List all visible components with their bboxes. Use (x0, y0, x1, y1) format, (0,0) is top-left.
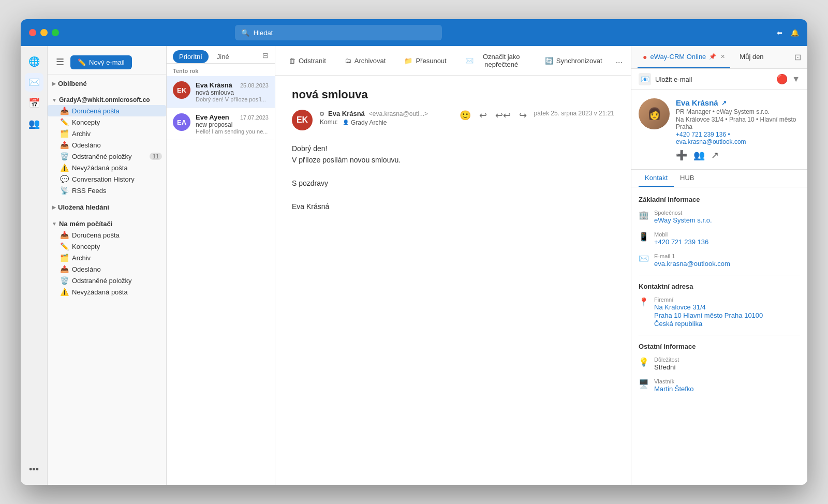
folder-koncepty[interactable]: ✏️ Koncepty (48, 116, 166, 128)
close-crm-tab[interactable]: ✕ (720, 53, 725, 60)
sender-name: Eva Krásná (328, 110, 365, 117)
teams-icon[interactable]: 👥 (693, 150, 705, 161)
address-line1[interactable]: Na Královce 31/4 (654, 303, 763, 311)
crm-tab-hub[interactable]: HUB (674, 170, 700, 187)
crm-tab-kontakt[interactable]: Kontakt (639, 170, 674, 187)
tab-other[interactable]: Jiné (211, 50, 235, 63)
email-list-tabs: Prioritní Jiné ⊟ (167, 46, 275, 64)
reply-all-action[interactable]: ↩↩ (495, 110, 511, 121)
owner-value[interactable]: Martin Štefko (654, 385, 694, 393)
close-button[interactable] (29, 29, 36, 36)
save-email-dropdown[interactable]: ▼ (792, 75, 800, 84)
divider-1 (639, 275, 800, 275)
field-mobile: 📱 Mobil +420 721 239 136 (639, 231, 800, 246)
email-list-panel: Prioritní Jiné ⊟ Tento rok EK Eva Krásná… (167, 46, 275, 485)
reply-icon[interactable]: ⬅ (777, 29, 782, 37)
presunout-button[interactable]: 📁 Přesunout (399, 54, 451, 67)
folder-panel: ☰ ✏️ Nový e-mail ▶ Oblíbené ▼ GradyA@whk… (48, 46, 167, 485)
more-toolbar-button[interactable]: ... (616, 56, 623, 65)
search-bar[interactable]: 🔍 Hledat (235, 25, 442, 40)
contact-info: Eva Krásná ↗ PR Manager • eWay System s.… (676, 98, 800, 161)
folder-nevyzadana[interactable]: ⚠️ Nevyžádaná pošta (48, 162, 166, 173)
address-line2[interactable]: Praha 10 Hlavní město Praha 10100 (654, 312, 763, 319)
synchronizovat-button[interactable]: 🔄 Synchronizovat (540, 54, 608, 67)
maximize-button[interactable] (52, 29, 59, 36)
tab-priority[interactable]: Prioritní (173, 50, 209, 63)
email1-value[interactable]: eva.krasna@outlook.com (654, 260, 730, 268)
share-icon[interactable]: ↗ (711, 150, 719, 161)
computer-folder-koncepty[interactable]: ✏️ Koncepty (48, 241, 166, 252)
bell-icon[interactable]: 🔔 (791, 29, 799, 37)
folder-conversation-history[interactable]: 💬 Kontakt Conversation History (48, 173, 166, 185)
computer-folder-doducena[interactable]: 📥 Doručená pošta (48, 229, 166, 241)
archive-icon2: 🗂️ (60, 254, 69, 262)
folder-archiv[interactable]: 🗂️ Archiv (48, 128, 166, 139)
email-subject-1: nová smlouva (196, 89, 269, 96)
icon-sidebar: 🌐 ✉️ 📅 👥 ••• (21, 46, 48, 485)
email-to: Komu: 👤 Grady Archie (320, 118, 452, 126)
nav-globe[interactable]: 🌐 (25, 52, 43, 71)
contact-photo-inner: 👩 (639, 98, 670, 129)
field-importance-content: Důležitost Střední (654, 357, 679, 371)
emoji-action[interactable]: 🙂 (460, 110, 471, 121)
contact-address: Na Královce 31/4 • Praha 10 • Hlavní měs… (676, 116, 800, 130)
nav-mail[interactable]: ✉️ (25, 73, 43, 92)
sent-icon2: 📤 (60, 265, 69, 273)
body-line2: V příloze posílám novou smlouvu. (292, 154, 614, 166)
oblibene-header[interactable]: ▶ Oblíbené (48, 77, 166, 89)
field-email1: ✉️ E-mail 1 eva.krasna@outlook.com (639, 253, 800, 268)
avatar-ea: EA (173, 113, 190, 131)
titlebar: 🔍 Hledat ⬅ 🔔 (21, 19, 807, 46)
folder-odstranene[interactable]: 🗑️ Odstraněné položky 11 (48, 151, 166, 162)
owner-icon: 🖥️ (639, 379, 649, 389)
email-item-2[interactable]: EA Eve Ayeen 17.07.2023 new proposal Hel… (167, 108, 275, 140)
body-line4: Eva Krásná (292, 201, 614, 212)
crm-panel-resize[interactable]: ⊡ (794, 52, 801, 62)
computer-folder-odeslano[interactable]: 📤 Odesláno (48, 263, 166, 275)
account-header[interactable]: ▼ GradyA@whklt.onmicrosoft.co (48, 93, 166, 105)
contact-name: Eva Krásná ↗ (676, 98, 800, 107)
account-section: ▼ GradyA@whklt.onmicrosoft.co 📥 Doručená… (48, 91, 166, 198)
filter-icon[interactable]: ⊟ (262, 51, 269, 63)
email-header-info: Eva Krásná <eva.krasna@outl...> Komu: 👤 … (320, 110, 452, 126)
company-value[interactable]: eWay System s.r.o. (654, 216, 712, 224)
new-email-button[interactable]: ✏️ Nový e-mail (70, 55, 132, 69)
minimize-button[interactable] (40, 29, 48, 36)
hamburger-icon[interactable]: ☰ (54, 54, 66, 70)
sync-toolbar-icon: 🔄 (545, 57, 553, 65)
saved-searches-header[interactable]: ▶ Uložená hledání (48, 200, 166, 213)
crm-tab-myday[interactable]: Můj den (734, 46, 768, 68)
email-sender-1: Eva Krásná (196, 81, 232, 89)
archive-icon: 🗂️ (60, 129, 69, 138)
folder-rss[interactable]: 📡 RSS Feeds (48, 185, 166, 196)
sent-icon: 📤 (60, 141, 69, 149)
add-contact-btn[interactable]: ➕ (676, 150, 687, 161)
email-date-2: 17.07.2023 (240, 114, 269, 121)
email-list-year: Tento rok (167, 64, 275, 76)
reply-action[interactable]: ↩ (479, 110, 487, 121)
archivovat-button[interactable]: 🗂 Archivovat (339, 54, 391, 67)
crm-tab-eway[interactable]: ● eWay-CRM Online 📌 ✕ (638, 46, 730, 68)
computer-folder-archiv[interactable]: 🗂️ Archiv (48, 252, 166, 263)
nav-more[interactable]: ••• (25, 460, 43, 479)
crm-save-bar: 📧 Uložit e-mail 🔴 ▼ (631, 69, 807, 90)
search-text: Hledat (254, 29, 273, 37)
nav-contacts[interactable]: 👥 (25, 114, 43, 133)
mobile-value[interactable]: +420 721 239 136 (654, 238, 708, 246)
folder-odeslano[interactable]: 📤 Odesláno (48, 139, 166, 151)
external-link-icon[interactable]: ↗ (721, 99, 727, 107)
contact-phone: +420 721 239 136 • eva.krasna@outlook.co… (676, 131, 800, 145)
on-computer-header[interactable]: ▼ Na mém počítači (48, 217, 166, 229)
computer-folder-nevyzadana[interactable]: ⚠️ Nevyžádaná pošta (48, 286, 166, 298)
address-line3[interactable]: Česká republika (654, 320, 763, 328)
email-date-1: 25.08.2023 (240, 82, 269, 88)
email-viewer: 🗑 Odstranit 🗂 Archivovat 📁 Přesunout ✉️ … (275, 46, 631, 485)
crm-contact-header: 👩 Eva Krásná ↗ PR Manager • eWay System … (631, 90, 807, 170)
nav-calendar[interactable]: 📅 (25, 94, 43, 112)
email-item-1[interactable]: EK Eva Krásná 25.08.2023 nová smlouva Do… (167, 76, 275, 108)
oznacit-button[interactable]: ✉️ Označit jako nepřečtené (460, 50, 531, 71)
computer-folder-odstranene[interactable]: 🗑️ Odstraněné položky (48, 275, 166, 286)
folder-doducena[interactable]: 📥 Doručená pošta (48, 105, 166, 116)
odstranit-button[interactable]: 🗑 Odstranit (284, 54, 331, 67)
forward-action[interactable]: ↪ (519, 110, 527, 121)
